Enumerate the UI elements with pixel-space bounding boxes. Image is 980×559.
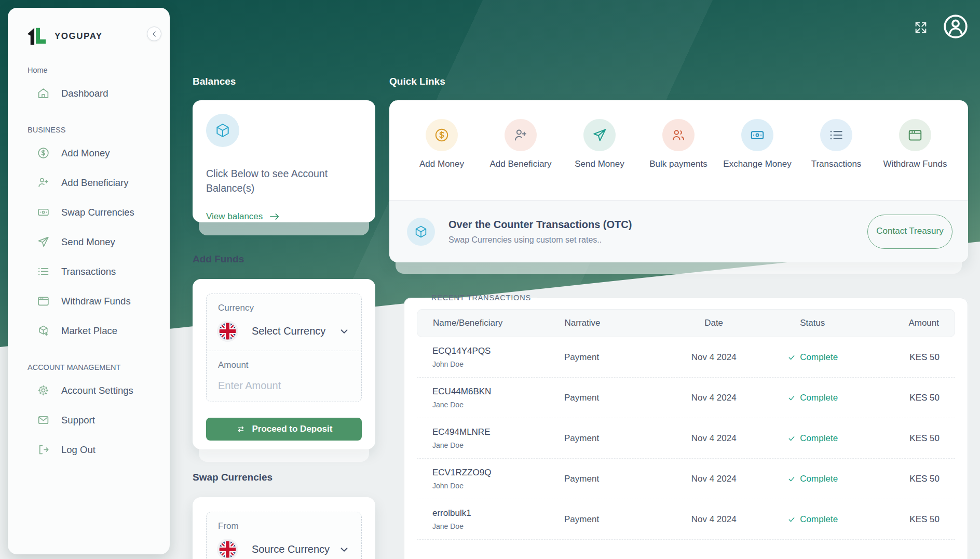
stacked-card-edge xyxy=(199,449,369,462)
balances-title: Balances xyxy=(193,76,236,87)
stacked-card-edge xyxy=(396,262,962,274)
quick-link-bulk-payments[interactable]: Bulk payments xyxy=(642,119,715,169)
logout-icon xyxy=(37,443,50,456)
uk-flag-icon xyxy=(218,540,237,559)
balances-card: Click Below to see Account Balance(s) Vi… xyxy=(193,100,375,222)
table-row[interactable]: ECU44M6BKNJane Doe Payment Nov 4 2024 Co… xyxy=(417,378,955,418)
recent-transactions-card: RECENT TRANSACTIONS Name/Beneficiary Nar… xyxy=(404,294,968,559)
dollar-circle-icon xyxy=(37,147,50,159)
uk-flag-icon xyxy=(218,322,237,341)
yogupay-logo-icon xyxy=(24,24,47,48)
currency-label: Currency xyxy=(218,303,350,313)
status-badge: Complete xyxy=(762,393,863,403)
chevron-down-icon xyxy=(338,326,350,337)
banknote-icon xyxy=(741,119,773,151)
user-plus-icon xyxy=(505,119,537,151)
sidebar-item-add-money[interactable]: Add Money xyxy=(8,138,170,168)
check-icon xyxy=(787,394,796,402)
sidebar-item-send-money[interactable]: Send Money xyxy=(8,227,170,257)
check-icon xyxy=(787,434,796,443)
quick-links-title: Quick Links xyxy=(389,76,445,87)
currency-select[interactable]: Select Currency xyxy=(218,322,350,341)
fullscreen-expand-icon[interactable] xyxy=(914,20,928,35)
box-plus-icon xyxy=(37,324,50,337)
proceed-to-deposit-button[interactable]: Proceed to Deposit xyxy=(206,418,362,441)
table-row[interactable]: ECV1RZZO9QJohn Doe Payment Nov 4 2024 Co… xyxy=(417,459,955,499)
cube-icon xyxy=(414,224,428,239)
sidebar: YOGUPAY Home Dashboard BUSINESS Add Mone… xyxy=(8,8,170,554)
check-icon xyxy=(787,515,796,524)
envelope-icon xyxy=(37,414,50,427)
user-plus-icon xyxy=(37,176,50,189)
sidebar-section-account-management: ACCOUNT MANAGEMENT xyxy=(8,363,170,371)
table-row[interactable]: ECQ14Y4PQSJohn Doe Payment Nov 4 2024 Co… xyxy=(417,337,955,378)
sidebar-section-business: BUSINESS xyxy=(8,126,170,134)
otc-banner: Over the Counter Transactions (OTC) Swap… xyxy=(389,200,968,262)
brand-name: YOGUPAY xyxy=(55,31,103,42)
quick-link-exchange-money[interactable]: Exchange Money xyxy=(721,119,794,169)
from-label: From xyxy=(218,521,350,531)
stacked-card-edge xyxy=(199,222,369,235)
home-icon xyxy=(37,87,50,100)
sidebar-item-market-place[interactable]: Market Place xyxy=(8,316,170,345)
quick-link-add-money[interactable]: Add Money xyxy=(405,119,478,169)
check-icon xyxy=(787,475,796,483)
paper-plane-icon xyxy=(583,119,616,151)
swap-arrows-icon xyxy=(236,424,246,434)
wallet-window-icon xyxy=(37,295,50,308)
people-icon xyxy=(662,119,695,151)
amount-input[interactable] xyxy=(218,380,350,392)
arrow-left-icon xyxy=(151,30,158,38)
banknote-icon xyxy=(37,206,50,219)
quick-link-withdraw-funds[interactable]: Withdraw Funds xyxy=(879,119,951,169)
recent-transactions-legend: RECENT TRANSACTIONS xyxy=(425,294,537,302)
sidebar-collapse-button[interactable] xyxy=(147,26,161,41)
add-funds-card: Currency Select Currency Amount Proceed … xyxy=(193,279,375,449)
contact-treasury-button[interactable]: Contact Treasury xyxy=(867,215,952,249)
wallet-window-icon xyxy=(899,119,931,151)
sidebar-item-transactions[interactable]: Transactions xyxy=(8,257,170,286)
list-icon xyxy=(820,119,852,151)
cube-icon-circle xyxy=(206,114,239,147)
table-row[interactable]: errolbulk1Jane Doe Payment Nov 4 2024 Co… xyxy=(417,499,955,540)
transactions-table-header: Name/Beneficiary Narrative Date Status A… xyxy=(417,309,955,337)
brand-row: YOGUPAY xyxy=(8,21,170,48)
swap-currencies-title: Swap Currencies xyxy=(193,472,273,483)
paper-plane-icon xyxy=(37,235,50,248)
sidebar-item-log-out[interactable]: Log Out xyxy=(8,435,170,464)
dollar-circle-icon xyxy=(426,119,458,151)
table-row[interactable]: EC494MLNREJane Doe Payment Nov 4 2024 Co… xyxy=(417,418,955,459)
sidebar-item-swap-currencies[interactable]: Swap Currencies xyxy=(8,197,170,227)
status-badge: Complete xyxy=(762,433,863,444)
status-badge: Complete xyxy=(762,514,863,525)
swap-currencies-card: From Source Currency xyxy=(193,497,375,559)
status-badge: Complete xyxy=(762,352,863,363)
arrow-right-icon xyxy=(269,211,280,222)
quick-link-add-beneficiary[interactable]: Add Beneficiary xyxy=(484,119,557,169)
source-currency-select[interactable]: Source Currency xyxy=(218,540,350,559)
sidebar-item-account-settings[interactable]: Account Settings xyxy=(8,376,170,405)
otc-subtitle: Swap Currencies using custom set rates.. xyxy=(448,235,632,245)
view-balances-link[interactable]: View balances xyxy=(206,211,375,222)
status-badge: Complete xyxy=(762,474,863,484)
sidebar-section-home: Home xyxy=(8,66,170,74)
amount-label: Amount xyxy=(218,360,350,370)
cube-icon xyxy=(214,122,231,139)
sidebar-item-add-beneficiary[interactable]: Add Beneficiary xyxy=(8,168,170,197)
list-icon xyxy=(37,265,50,278)
otc-title: Over the Counter Transactions (OTC) xyxy=(448,219,632,231)
sidebar-item-withdraw-funds[interactable]: Withdraw Funds xyxy=(8,286,170,316)
add-funds-title: Add Funds xyxy=(193,254,244,265)
balances-message: Click Below to see Account Balance(s) xyxy=(206,167,362,195)
cube-icon-circle xyxy=(407,218,435,246)
chevron-down-icon xyxy=(338,544,350,555)
quick-links-card: Add Money Add Beneficiary Send Money Bul… xyxy=(389,100,968,262)
sidebar-item-dashboard[interactable]: Dashboard xyxy=(8,78,170,108)
check-icon xyxy=(787,353,796,362)
quick-link-send-money[interactable]: Send Money xyxy=(563,119,636,169)
quick-link-transactions[interactable]: Transactions xyxy=(800,119,873,169)
sidebar-item-support[interactable]: Support xyxy=(8,405,170,435)
user-avatar-icon[interactable] xyxy=(943,14,969,39)
gear-icon xyxy=(37,384,50,397)
